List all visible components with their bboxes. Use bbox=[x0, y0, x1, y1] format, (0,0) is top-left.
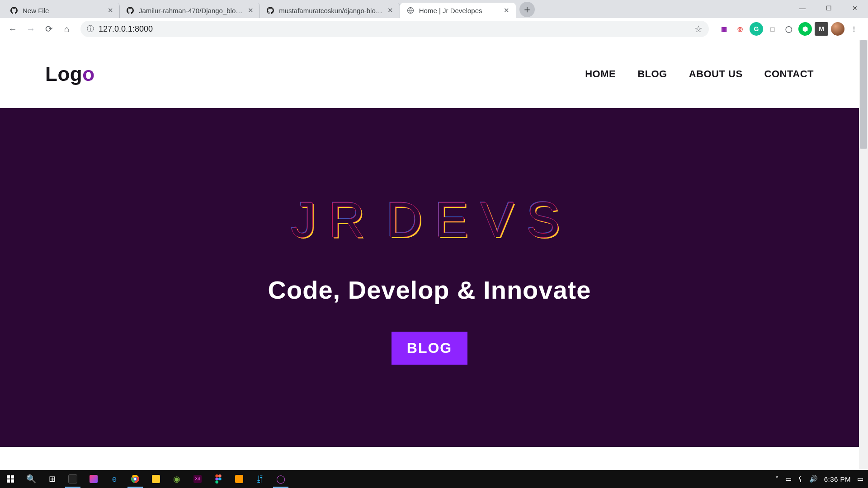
browser-tab[interactable]: mustafamuratcoskun/django-blo… ✕ bbox=[260, 3, 400, 18]
logo-main: Log bbox=[45, 63, 82, 85]
address-bar[interactable]: ⓘ 127.0.0.1:8000 ☆ bbox=[80, 21, 709, 37]
edge-app[interactable]: e bbox=[104, 470, 125, 488]
hero-section: JR DEVS Code, Develop & Innovate BLOG bbox=[0, 108, 859, 447]
site-header: Logo HOME BLOG ABOUT US CONTACT bbox=[0, 40, 859, 108]
vscode-app[interactable]: ⭿ bbox=[250, 470, 270, 488]
nav-about[interactable]: ABOUT US bbox=[689, 68, 743, 80]
svg-rect-4 bbox=[11, 479, 14, 483]
github-icon bbox=[10, 6, 18, 14]
site-logo[interactable]: Logo bbox=[45, 63, 95, 85]
tab-title: Home | Jr Developes bbox=[419, 7, 499, 14]
reload-button[interactable]: ⟳ bbox=[41, 21, 57, 37]
browser-tab[interactable]: New File ✕ bbox=[4, 3, 120, 18]
extension-icon[interactable]: ⬢ bbox=[798, 22, 812, 36]
nav-blog[interactable]: BLOG bbox=[637, 68, 667, 80]
home-button[interactable]: ⌂ bbox=[59, 21, 75, 37]
extension-icon[interactable]: ▦ bbox=[717, 22, 731, 36]
close-icon[interactable]: ✕ bbox=[107, 6, 114, 14]
windows-taskbar: 🔍 ⊞ e ◉ Xd ⭿ ◯ ˄ ▭ ⚸ 🔊 6:36 PM ▭ bbox=[0, 470, 868, 488]
browser-tab-strip: New File ✕ Jamilur-rahman-470/Django_blo… bbox=[0, 0, 868, 18]
file-explorer-app[interactable] bbox=[146, 470, 166, 488]
extension-icon[interactable]: ◯ bbox=[782, 22, 796, 36]
url-text: 127.0.0.1:8000 bbox=[99, 24, 153, 34]
start-button[interactable] bbox=[0, 470, 21, 488]
volume-icon[interactable]: 🔊 bbox=[809, 475, 818, 483]
close-icon[interactable]: ✕ bbox=[503, 6, 510, 14]
scrollbar-thumb[interactable] bbox=[860, 40, 867, 149]
extension-icon[interactable]: ◎ bbox=[733, 22, 747, 36]
svg-rect-2 bbox=[11, 475, 14, 479]
site-info-icon[interactable]: ⓘ bbox=[87, 24, 94, 34]
window-controls: — ☐ ✕ bbox=[789, 0, 868, 18]
taskbar-apps: 🔍 ⊞ e ◉ Xd ⭿ ◯ bbox=[0, 470, 291, 488]
profile-avatar[interactable] bbox=[831, 22, 844, 36]
svg-point-10 bbox=[215, 478, 218, 481]
maximize-button[interactable]: ☐ bbox=[816, 0, 842, 16]
app-icon[interactable]: ◉ bbox=[166, 470, 187, 488]
nav-contact[interactable]: CONTACT bbox=[764, 68, 814, 80]
svg-point-12 bbox=[215, 480, 218, 483]
search-button[interactable]: 🔍 bbox=[21, 470, 42, 488]
main-nav: HOME BLOG ABOUT US CONTACT bbox=[585, 68, 814, 80]
new-tab-button[interactable]: ＋ bbox=[519, 2, 535, 17]
extension-icon[interactable]: M bbox=[815, 22, 828, 36]
back-button[interactable]: ← bbox=[5, 21, 21, 37]
below-hero-spacer bbox=[0, 447, 859, 470]
nav-home[interactable]: HOME bbox=[585, 68, 616, 80]
hero-subtitle: Code, Develop & Innovate bbox=[268, 275, 591, 305]
tray-chevron-icon[interactable]: ˄ bbox=[775, 475, 779, 483]
bookmark-star-icon[interactable]: ☆ bbox=[694, 23, 703, 34]
grammarly-icon[interactable]: G bbox=[750, 22, 763, 36]
svg-point-11 bbox=[218, 478, 222, 481]
app-icon[interactable] bbox=[83, 470, 104, 488]
task-view-button[interactable]: ⊞ bbox=[42, 470, 62, 488]
tab-title: New File bbox=[23, 7, 102, 14]
scrollbar-track[interactable] bbox=[859, 40, 868, 470]
svg-rect-3 bbox=[7, 479, 10, 483]
action-center-icon[interactable]: ▭ bbox=[857, 475, 863, 483]
close-icon[interactable]: ✕ bbox=[247, 6, 254, 14]
terminal-app[interactable] bbox=[62, 470, 83, 488]
browser-toolbar: ← → ⟳ ⌂ ⓘ 127.0.0.1:8000 ☆ ▦ ◎ G ◻ ◯ ⬢ M… bbox=[0, 18, 868, 40]
extension-icon[interactable]: ◻ bbox=[766, 22, 779, 36]
figma-app[interactable] bbox=[208, 470, 229, 488]
extension-icons: ▦ ◎ G ◻ ◯ ⬢ M ⋮ bbox=[714, 22, 863, 36]
sublime-app[interactable] bbox=[229, 470, 250, 488]
minimize-button[interactable]: — bbox=[789, 0, 816, 16]
page-content: Logo HOME BLOG ABOUT US CONTACT JR DEVS … bbox=[0, 40, 859, 470]
svg-rect-1 bbox=[7, 475, 10, 479]
browser-tab-active[interactable]: Home | Jr Developes ✕ bbox=[400, 3, 516, 18]
logo-accent: o bbox=[82, 63, 94, 85]
github-icon bbox=[126, 6, 134, 14]
close-window-button[interactable]: ✕ bbox=[842, 0, 868, 16]
tab-title: Jamilur-rahman-470/Django_blo… bbox=[139, 7, 242, 14]
wifi-icon[interactable]: ⚸ bbox=[798, 475, 803, 483]
forward-button[interactable]: → bbox=[23, 21, 39, 37]
chrome-app[interactable] bbox=[125, 470, 146, 488]
svg-point-8 bbox=[215, 474, 218, 478]
browser-tab[interactable]: Jamilur-rahman-470/Django_blo… ✕ bbox=[120, 3, 260, 18]
app-icon[interactable]: ◯ bbox=[270, 470, 291, 488]
chrome-menu-icon[interactable]: ⋮ bbox=[847, 22, 861, 36]
hero-blog-button[interactable]: BLOG bbox=[392, 332, 467, 365]
taskbar-clock[interactable]: 6:36 PM bbox=[824, 475, 851, 483]
tab-title: mustafamuratcoskun/django-blo… bbox=[279, 7, 382, 14]
system-tray: ˄ ▭ ⚸ 🔊 6:36 PM ▭ bbox=[771, 470, 868, 488]
github-icon bbox=[266, 6, 274, 14]
close-icon[interactable]: ✕ bbox=[387, 6, 394, 14]
battery-icon[interactable]: ▭ bbox=[785, 475, 792, 483]
svg-point-7 bbox=[134, 478, 137, 480]
adobe-xd-app[interactable]: Xd bbox=[187, 470, 208, 488]
hero-title: JR DEVS bbox=[291, 191, 568, 248]
globe-icon bbox=[406, 6, 415, 14]
page-viewport: Logo HOME BLOG ABOUT US CONTACT JR DEVS … bbox=[0, 40, 868, 470]
svg-point-9 bbox=[218, 474, 222, 478]
